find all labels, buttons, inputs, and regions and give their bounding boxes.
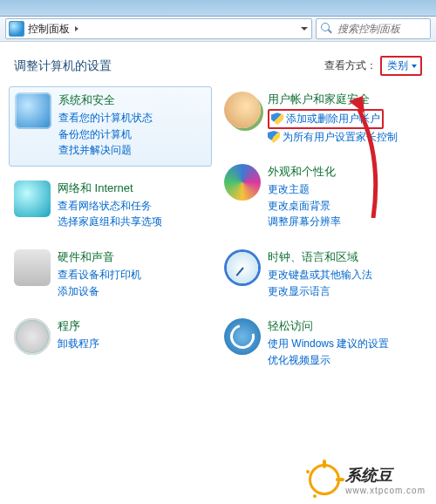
category-title[interactable]: 网络和 Internet xyxy=(58,180,212,196)
brand-url: www.xtpcom.com xyxy=(345,486,426,495)
category-title[interactable]: 硬件和声音 xyxy=(58,249,212,265)
security-icon xyxy=(15,92,51,129)
search-box[interactable] xyxy=(316,18,431,39)
brand-name: 系统豆 xyxy=(345,465,426,486)
programs-icon xyxy=(14,318,51,355)
link-add-remove-users[interactable]: 添加或删除用户帐户 xyxy=(271,111,380,127)
search-icon xyxy=(320,22,334,36)
appearance-icon xyxy=(224,164,261,201)
shield-icon xyxy=(268,131,280,143)
link-add-device[interactable]: 添加设备 xyxy=(58,283,212,300)
link-network-status[interactable]: 查看网络状态和任务 xyxy=(58,198,212,215)
link-windows-suggest[interactable]: 使用 Windows 建议的设置 xyxy=(268,336,422,352)
breadcrumb-root[interactable]: 控制面板 xyxy=(28,22,70,37)
link-view-status[interactable]: 查看您的计算机状态 xyxy=(58,110,206,126)
breadcrumb-dropdown[interactable] xyxy=(297,27,311,31)
category-hardware[interactable]: 硬件和声音 查看设备和打印机 添加设备 xyxy=(14,249,212,299)
link-troubleshoot[interactable]: 查找并解决问题 xyxy=(58,142,206,159)
breadcrumb[interactable]: 控制面板 xyxy=(5,18,312,39)
content-area: 调整计算机的设置 查看方式： 类别 系统和安全 查看您的计算机状态 备份您的计算… xyxy=(0,42,436,387)
category-network[interactable]: 网络和 Internet 查看网络状态和任务 选择家庭组和共享选项 xyxy=(14,180,212,230)
view-mode: 查看方式： 类别 xyxy=(324,56,422,76)
category-title[interactable]: 系统和安全 xyxy=(58,92,206,108)
category-system-security[interactable]: 系统和安全 查看您的计算机状态 备份您的计算机 查找并解决问题 xyxy=(9,86,212,167)
brand-watermark: 系统豆 www.xtpcom.com xyxy=(309,464,426,495)
hardware-icon xyxy=(14,249,51,286)
control-panel-icon xyxy=(9,21,24,37)
category-title[interactable]: 外观和个性化 xyxy=(268,164,422,180)
link-backup[interactable]: 备份您的计算机 xyxy=(58,126,206,143)
category-title[interactable]: 轻松访问 xyxy=(268,318,422,334)
network-icon xyxy=(14,180,51,217)
link-optimize-video[interactable]: 优化视频显示 xyxy=(268,352,422,369)
category-title[interactable]: 程序 xyxy=(58,318,212,334)
category-users[interactable]: 用户帐户和家庭安全 添加或删除用户帐户 为所有用户设置家长控制 xyxy=(224,92,422,145)
link-parental-controls[interactable]: 为所有用户设置家长控制 xyxy=(268,129,422,146)
link-change-input[interactable]: 更改键盘或其他输入法 xyxy=(268,267,422,283)
brand-logo-icon xyxy=(309,464,340,495)
address-bar: 控制面板 xyxy=(0,17,436,42)
link-change-theme[interactable]: 更改主题 xyxy=(268,181,422,198)
view-mode-label: 查看方式： xyxy=(324,58,377,73)
view-mode-value: 类别 xyxy=(387,58,408,73)
search-input[interactable] xyxy=(336,22,426,36)
link-devices[interactable]: 查看设备和打印机 xyxy=(58,267,212,283)
category-title[interactable]: 时钟、语言和区域 xyxy=(268,249,422,265)
left-column: 系统和安全 查看您的计算机状态 备份您的计算机 查找并解决问题 网络和 Inte… xyxy=(14,92,221,387)
users-icon xyxy=(224,92,261,128)
link-resolution[interactable]: 调整屏幕分辨率 xyxy=(268,214,422,230)
view-mode-dropdown[interactable]: 类别 xyxy=(380,56,422,76)
caret-down-icon xyxy=(412,65,417,68)
chevron-right-icon[interactable] xyxy=(75,26,78,31)
clock-icon xyxy=(224,249,261,286)
category-access[interactable]: 轻松访问 使用 Windows 建议的设置 优化视频显示 xyxy=(224,318,422,368)
category-appearance[interactable]: 外观和个性化 更改主题 更改桌面背景 调整屏幕分辨率 xyxy=(224,164,422,230)
link-label: 添加或删除用户帐户 xyxy=(286,111,380,127)
category-programs[interactable]: 程序 卸载程序 xyxy=(14,318,212,355)
page-title: 调整计算机的设置 xyxy=(14,58,112,74)
accessibility-icon xyxy=(224,318,261,355)
link-change-wallpaper[interactable]: 更改桌面背景 xyxy=(268,198,422,215)
content-header: 调整计算机的设置 查看方式： 类别 xyxy=(14,56,422,76)
link-label: 为所有用户设置家长控制 xyxy=(283,129,398,146)
right-column: 用户帐户和家庭安全 添加或删除用户帐户 为所有用户设置家长控制 xyxy=(221,92,422,387)
link-change-lang[interactable]: 更改显示语言 xyxy=(268,283,422,300)
highlight-add-remove-users: 添加或删除用户帐户 xyxy=(268,109,384,129)
category-clock[interactable]: 时钟、语言和区域 更改键盘或其他输入法 更改显示语言 xyxy=(224,249,422,299)
link-homegroup[interactable]: 选择家庭组和共享选项 xyxy=(58,214,212,230)
window-titlebar xyxy=(0,0,436,17)
link-uninstall[interactable]: 卸载程序 xyxy=(58,336,212,352)
category-title[interactable]: 用户帐户和家庭安全 xyxy=(268,92,422,107)
shield-icon xyxy=(271,112,283,125)
category-columns: 系统和安全 查看您的计算机状态 备份您的计算机 查找并解决问题 网络和 Inte… xyxy=(14,92,422,387)
